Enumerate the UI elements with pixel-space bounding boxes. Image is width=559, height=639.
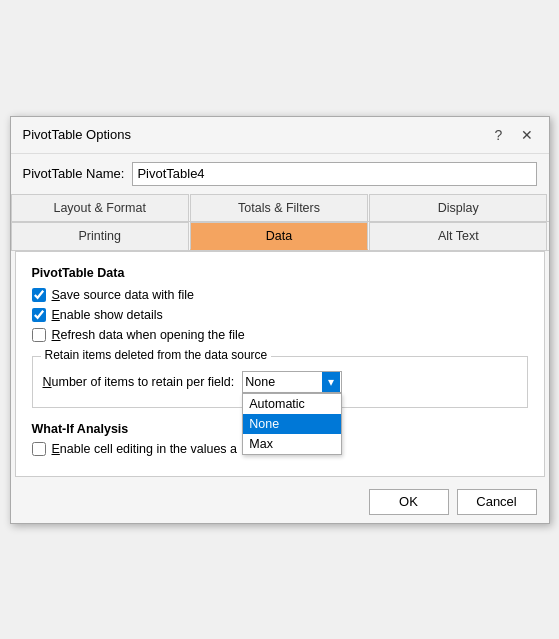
save-source-checkbox[interactable] [32,288,46,302]
tab-alttext[interactable]: Alt Text [369,222,547,250]
tab-display[interactable]: Display [369,194,547,221]
retain-legend: Retain items deleted from the data sourc… [41,348,272,362]
title-bar: PivotTable Options ? ✕ [11,117,549,154]
tab-layout[interactable]: Layout & Format [11,194,189,221]
dropdown-item-none[interactable]: None [243,414,341,434]
dialog-pivottable-options: PivotTable Options ? ✕ PivotTable Name: … [10,116,550,524]
tabs-row-1: Layout & Format Totals & Filters Display [11,194,549,222]
whatsif-checkbox[interactable] [32,442,46,456]
ok-button[interactable]: OK [369,489,449,515]
tab-printing[interactable]: Printing [11,222,189,250]
save-source-row: Save source data with file [32,288,528,302]
enable-show-label: Enable show details [52,308,163,322]
refresh-data-checkbox[interactable] [32,328,46,342]
close-button[interactable]: ✕ [517,125,537,145]
dropdown-item-automatic[interactable]: Automatic [243,394,341,414]
tab-data[interactable]: Data [190,222,368,250]
tabs-row-2: Printing Data Alt Text [11,222,549,251]
retain-dropdown-popup: Automatic None Max [242,393,342,455]
whatsif-label: Enable cell editing in the values a [52,442,238,456]
cancel-button[interactable]: Cancel [457,489,537,515]
retain-section: Retain items deleted from the data sourc… [32,356,528,408]
pivottable-data-title: PivotTable Data [32,266,528,280]
refresh-data-row: Refresh data when opening the file [32,328,528,342]
dialog-title: PivotTable Options [23,127,131,142]
title-bar-buttons: ? ✕ [489,125,537,145]
dialog-footer: OK Cancel [11,481,549,523]
enable-show-row: Enable show details [32,308,528,322]
help-button[interactable]: ? [489,125,509,145]
pivottable-name-label: PivotTable Name: [23,166,125,181]
tab-totals[interactable]: Totals & Filters [190,194,368,221]
retain-field-label: Number of items to retain per field: [43,375,235,389]
dropdown-item-max[interactable]: Max [243,434,341,454]
retain-dropdown[interactable]: None Automatic Max [242,371,342,393]
save-source-label: Save source data with file [52,288,194,302]
content-area: PivotTable Data Save source data with fi… [15,251,545,477]
refresh-data-label: Refresh data when opening the file [52,328,245,342]
retain-dropdown-wrapper: None Automatic Max Automatic None Max [242,371,342,393]
enable-show-checkbox[interactable] [32,308,46,322]
pivottable-name-input[interactable] [132,162,536,186]
retain-field-row: Number of items to retain per field: Non… [43,371,517,393]
name-row: PivotTable Name: [11,154,549,194]
